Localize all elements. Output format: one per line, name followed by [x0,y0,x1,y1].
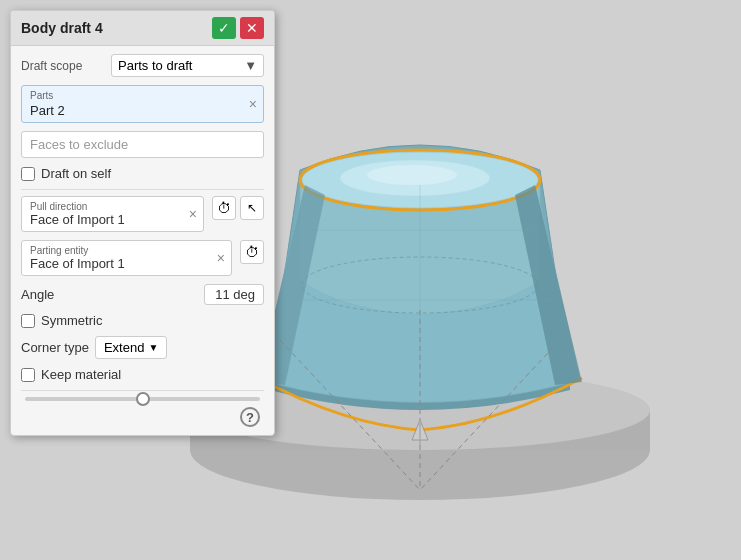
panel-header: Body draft 4 ✓ ✕ [11,11,274,46]
pull-direction-field[interactable]: Pull direction Face of Import 1 × [21,196,204,232]
parting-entity-label: Parting entity [30,245,223,256]
faces-exclude-field[interactable]: Faces to exclude [21,131,264,158]
parting-entity-field[interactable]: Parting entity Face of Import 1 × [21,240,232,276]
draft-on-self-checkbox[interactable] [21,167,35,181]
parts-close-icon[interactable]: × [249,96,257,112]
angle-label: Angle [21,287,204,302]
symmetric-row: Symmetric [21,313,264,328]
pencil-icon: ↖ [247,201,257,215]
parting-entity-row: Parting entity Face of Import 1 × ⏱ [21,240,264,276]
keep-material-label: Keep material [41,367,121,382]
corner-type-select[interactable]: Extend ▼ [95,336,167,359]
pull-direction-clock-btn[interactable]: ⏱ [212,196,236,220]
divider-1 [21,189,264,190]
slider-thumb[interactable] [136,392,150,406]
slider-track[interactable] [25,397,260,401]
svg-point-6 [367,165,457,185]
clock-icon: ⏱ [217,200,231,216]
angle-row: Angle 11 deg [21,284,264,305]
keep-material-row: Keep material [21,367,264,382]
keep-material-checkbox[interactable] [21,368,35,382]
angle-value[interactable]: 11 deg [204,284,264,305]
close-button[interactable]: ✕ [240,17,264,39]
pull-direction-row: Pull direction Face of Import 1 × ⏱ ↖ [21,196,264,232]
draft-on-self-label: Draft on self [41,166,111,181]
header-buttons: ✓ ✕ [212,17,264,39]
corner-type-label: Corner type [21,340,89,355]
corner-type-row: Corner type Extend ▼ [21,336,264,359]
help-icon[interactable]: ? [240,407,260,427]
confirm-button[interactable]: ✓ [212,17,236,39]
parting-entity-clock-btn[interactable]: ⏱ [240,240,264,264]
symmetric-label: Symmetric [41,313,102,328]
pull-direction-icons: ⏱ ↖ [212,196,264,220]
parting-entity-close-icon[interactable]: × [217,250,225,266]
divider-2 [21,390,264,391]
panel-title: Body draft 4 [21,20,103,36]
parting-entity-value: Face of Import 1 [30,256,223,271]
help-row: ? [21,407,264,427]
pull-direction-close-icon[interactable]: × [189,206,197,222]
parting-clock-icon: ⏱ [245,244,259,260]
parts-field[interactable]: Parts Part 2 × [21,85,264,123]
body-draft-panel: Body draft 4 ✓ ✕ Draft scope Parts to dr… [10,10,275,436]
parts-label: Parts [30,90,255,101]
parting-entity-icons: ⏱ [240,240,264,264]
parts-value: Part 2 [30,103,255,118]
draft-scope-value: Parts to draft [118,58,192,73]
panel-body: Draft scope Parts to draft ▼ Parts Part … [11,46,274,435]
dropdown-arrow-icon: ▼ [244,58,257,73]
slider-row [21,397,264,401]
corner-type-value: Extend [104,340,144,355]
pull-direction-pencil-btn[interactable]: ↖ [240,196,264,220]
pull-direction-value: Face of Import 1 [30,212,195,227]
pull-direction-label: Pull direction [30,201,195,212]
corner-type-arrow-icon: ▼ [148,342,158,353]
draft-on-self-row: Draft on self [21,166,264,181]
faces-exclude-placeholder: Faces to exclude [30,137,128,152]
draft-scope-dropdown[interactable]: Parts to draft ▼ [111,54,264,77]
draft-scope-row: Draft scope Parts to draft ▼ [21,54,264,77]
symmetric-checkbox[interactable] [21,314,35,328]
draft-scope-label: Draft scope [21,59,111,73]
